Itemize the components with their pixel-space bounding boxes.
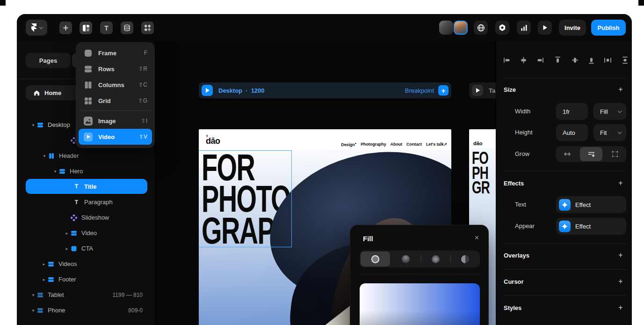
align-top-icon[interactable] [554,56,562,64]
width-input[interactable]: 1fr [556,103,588,120]
invite-button[interactable]: Invite [559,20,586,36]
align-center-vertical-icon[interactable] [571,56,579,64]
width-mode-select[interactable]: Fill [593,103,626,120]
fill-radial-option[interactable] [421,251,450,267]
desktop-breakpoint-bar[interactable]: Desktop · 1200 Breakpoint + [199,82,451,98]
add-breakpoint-button[interactable]: + [438,85,449,96]
frame-preview-button[interactable] [472,85,483,96]
frame-name[interactable]: Ta [489,87,495,94]
layer-row-footer[interactable]: ▸ Footer [17,272,154,287]
menu-item-grid[interactable]: Grid ⇧G [79,93,152,109]
assets-button[interactable] [141,22,154,34]
plugins-button[interactable] [495,21,509,35]
layer-row-tablet[interactable]: ▾ Tablet 1199 — 810 [17,287,154,303]
layer-row-title-selected[interactable]: T Title [26,179,147,194]
nav-item[interactable]: Contact [406,142,422,147]
add-size-button[interactable]: + [617,85,624,94]
screen-artifact [0,0,6,6]
collaborator-avatar[interactable] [454,21,468,35]
chevron-collapsed-icon[interactable]: ▸ [64,246,70,251]
distribute-horizontal-icon[interactable] [604,56,612,64]
layer-row-slideshow[interactable]: Slideshow [17,210,154,225]
framer-menu-button[interactable] [26,20,47,36]
analytics-button[interactable] [517,21,531,35]
divider [450,255,451,263]
layer-row-paragraph[interactable]: T Paragraph [17,194,154,210]
text-effect-button[interactable]: Effect [556,196,626,213]
fill-solid-option[interactable] [361,251,390,266]
grow-wrap-option[interactable] [580,147,603,161]
distribute-vertical-icon[interactable] [621,56,629,64]
text-tool-button[interactable]: T [100,22,113,34]
text-icon: T [104,24,109,32]
layer-row-videos[interactable]: ▸ Videos [17,256,154,272]
add-style-button[interactable]: + [617,303,624,312]
height-mode-select[interactable]: Fit [593,124,626,141]
preview-button[interactable] [538,21,552,35]
collaborator-avatar[interactable] [439,21,453,35]
cms-button[interactable] [121,22,133,34]
align-right-icon[interactable] [536,56,544,64]
site-settings-button[interactable] [474,21,488,35]
menu-item-rows[interactable]: Rows ⇧R [79,61,152,77]
align-left-icon[interactable] [503,56,511,64]
sparkle-icon [559,221,571,232]
insert-plus-button[interactable] [59,22,72,34]
divider [504,244,626,244]
menu-item-video-selected[interactable]: Video ⇧V [79,129,152,145]
grow-horizontal-option[interactable] [556,146,579,162]
height-input[interactable]: Auto [556,124,588,141]
frame-layer-icon [70,245,77,252]
frame-preview-button[interactable] [202,85,213,96]
layer-row-hero[interactable]: ▾ Hero [17,163,154,179]
color-picker-area[interactable] [360,283,480,325]
text-layer-icon: T [73,199,80,206]
layout-insert-button[interactable] [80,22,92,34]
menu-item-columns[interactable]: Columns ⇧C [79,77,152,93]
publish-button[interactable]: Publish [591,20,626,36]
chevron-collapsed-icon[interactable]: ▸ [41,262,47,266]
align-center-horizontal-icon[interactable] [520,56,528,64]
framer-logo-icon [31,23,37,32]
menu-item-image[interactable]: Image ⇧I [79,113,152,129]
layer-row-header[interactable]: ▾ Header [17,148,154,163]
grow-segmented-control [556,146,626,162]
play-icon [206,88,210,93]
divider [504,171,626,171]
chevron-expanded-icon[interactable]: ▾ [30,293,36,297]
layer-row-phone[interactable]: ▾ Phone 809-0 [17,303,154,318]
fill-linear-option[interactable] [391,251,420,267]
add-cursor-button[interactable]: + [617,277,624,286]
breakpoint-label[interactable]: Breakpoint [405,87,434,94]
fill-angular-option[interactable] [450,251,480,267]
nav-item[interactable]: About [391,142,403,147]
grow-scale-option[interactable] [603,146,626,162]
chevron-expanded-icon[interactable]: ▾ [52,169,58,174]
tab-pages[interactable]: Pages [26,53,71,68]
hero-title-text[interactable]: FO PH GR [472,151,490,196]
divider [504,78,626,78]
appear-effect-button[interactable]: Effect [556,218,626,235]
canvas[interactable]: Desktop · 1200 Breakpoint + ʸ dāo Design… [154,41,496,325]
nav-item[interactable]: Design● [341,142,356,147]
layer-row-cta[interactable]: ▸ CTA [17,241,154,256]
cursor-section-title: Cursor [504,278,524,285]
menu-item-frame[interactable]: Frame F [79,45,152,61]
layer-row-video[interactable]: ▸ Video [17,225,154,241]
screen: T Invite Publish [0,0,644,325]
chevron-collapsed-icon[interactable]: ▸ [41,277,47,282]
chevron-expanded-icon[interactable]: ▾ [30,123,36,127]
chevron-expanded-icon[interactable]: ▾ [30,308,36,313]
chevron-collapsed-icon[interactable]: ▸ [64,231,70,236]
sparkle-icon [559,199,571,211]
close-icon[interactable]: × [475,234,479,242]
nav-item[interactable]: Let's talk↗ [426,142,447,147]
add-overlay-button[interactable]: + [617,251,624,259]
nav-item[interactable]: Photography [361,142,386,147]
chevron-expanded-icon[interactable]: ▾ [41,154,48,158]
add-effect-button[interactable]: + [617,179,624,187]
align-bottom-icon[interactable] [587,56,595,64]
tablet-breakpoint-bar[interactable]: Ta [469,82,496,98]
selection-outline[interactable] [199,150,292,247]
frame-name[interactable]: Desktop [218,87,242,94]
